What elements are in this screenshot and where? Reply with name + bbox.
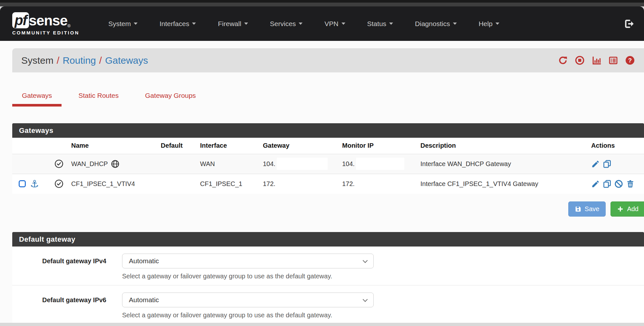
- default-gateway-ipv6-label: Default gateway IPv6: [12, 293, 122, 304]
- form-row-ipv6: Default gateway IPv6 Automatic Select a …: [12, 285, 644, 323]
- log-icon[interactable]: [608, 55, 618, 65]
- gateway-default-cell: [146, 174, 197, 194]
- col-header-actions: Actions: [589, 138, 644, 154]
- help-icon[interactable]: ?: [625, 55, 635, 65]
- nav-item-interfaces[interactable]: Interfaces: [149, 20, 207, 28]
- gateway-name-cell: WAN_DHCP: [69, 154, 146, 174]
- add-button[interactable]: Add: [610, 201, 644, 217]
- square-icon[interactable]: [19, 180, 26, 187]
- nav-item-label: Interfaces: [159, 20, 189, 28]
- gateway-default-cell: [146, 154, 197, 174]
- default-gateway-ipv4-label: Default gateway IPv4: [12, 254, 122, 265]
- tab-gateway-groups[interactable]: Gateway Groups: [135, 92, 206, 107]
- edit-icon[interactable]: [591, 160, 600, 168]
- gateway-interface-cell: WAN: [197, 154, 260, 174]
- sign-out-icon: [623, 18, 634, 29]
- gateways-table: Name Default Interface Gateway Monitor I…: [12, 138, 644, 194]
- nav-item-label: System: [108, 20, 131, 28]
- redaction-box: [277, 158, 328, 170]
- gateway-interface-cell: CF1_IPSEC_1: [197, 174, 260, 194]
- breadcrumb-link-routing[interactable]: Routing: [62, 55, 96, 66]
- tab-static-routes[interactable]: Static Routes: [69, 92, 128, 107]
- gateway-status-cell: [49, 174, 69, 194]
- plus-icon: [617, 206, 624, 212]
- col-header-monitor-ip: Monitor IP: [340, 138, 418, 154]
- logo-registered-mark: ®: [67, 24, 71, 28]
- gateway-actions-cell: [589, 154, 644, 174]
- chart-icon[interactable]: [591, 55, 601, 65]
- chevron-down-icon: [389, 23, 393, 25]
- chevron-down-icon: [244, 23, 248, 25]
- col-header-status: [49, 138, 69, 154]
- monitor-ip: 104.: [342, 160, 355, 168]
- gateways-panel-header: Gateways: [12, 123, 644, 138]
- breadcrumb-link-gateways[interactable]: Gateways: [105, 55, 148, 66]
- nav-item-label: Firewall: [218, 20, 241, 28]
- disable-icon[interactable]: [614, 180, 623, 188]
- col-header-description: Description: [418, 138, 589, 154]
- anchor-icon[interactable]: ⚓: [30, 179, 39, 189]
- copy-icon[interactable]: [603, 160, 611, 168]
- nav-item-diagnostics[interactable]: Diagnostics: [404, 20, 468, 28]
- gateways-panel: Gateways Name Default Interface Gateway …: [12, 123, 644, 194]
- chevron-down-icon: [341, 23, 345, 25]
- breadcrumb-separator: /: [57, 55, 59, 66]
- gateway-description-cell: Interface WAN_DHCP Gateway: [418, 154, 589, 174]
- redaction-box: [356, 158, 404, 170]
- panel-title: Gateways: [19, 126, 53, 135]
- nav-item-system[interactable]: System: [97, 20, 149, 28]
- window-title-strip: [0, 3, 644, 6]
- gateway-monitor-cell: 104.: [340, 154, 418, 174]
- edit-icon[interactable]: [591, 180, 600, 188]
- stop-icon[interactable]: [575, 55, 585, 65]
- row-left-icons: ⚓: [12, 174, 49, 194]
- refresh-icon[interactable]: [558, 55, 568, 65]
- nav-item-services[interactable]: Services: [259, 20, 314, 28]
- breadcrumb-separator: /: [99, 55, 102, 66]
- gateway-name: CF1_IPSEC_1_VTIV4: [71, 180, 135, 188]
- tab-gateways[interactable]: Gateways: [12, 92, 62, 107]
- table-row: WAN_DHCP WAN 104. 104. Interface WAN_DHC…: [12, 154, 644, 174]
- logo-sense: sense: [29, 12, 68, 29]
- gateway-actions-cell: [589, 174, 644, 194]
- default-gateway-ipv4-help: Select a gateway or failover gateway gro…: [122, 273, 374, 280]
- chevron-down-icon: [299, 23, 303, 25]
- col-header-drag: [12, 138, 49, 154]
- nav-item-label: VPN: [324, 20, 338, 28]
- default-gateway-ipv6-help: Select a gateway or failover gateway gro…: [122, 312, 374, 319]
- nav-menu: System Interfaces Firewall Services VPN …: [97, 20, 623, 28]
- selected-value: Automatic: [129, 257, 159, 265]
- pfsense-logo[interactable]: pfsense® COMMUNITY EDITION: [12, 12, 79, 35]
- row-left-icons: [12, 154, 49, 174]
- window-top-edge: [0, 0, 644, 3]
- nav-item-status[interactable]: Status: [356, 20, 404, 28]
- check-circle-icon: [54, 179, 63, 188]
- nav-item-label: Services: [270, 20, 296, 28]
- top-navbar: pfsense® COMMUNITY EDITION System Interf…: [0, 6, 644, 41]
- delete-icon[interactable]: [626, 180, 635, 188]
- col-header-name: Name: [69, 138, 146, 154]
- save-button[interactable]: Save: [568, 201, 606, 217]
- table-header-row: Name Default Interface Gateway Monitor I…: [12, 138, 644, 154]
- sign-out-button[interactable]: [623, 18, 634, 29]
- gateway-address: 104.: [263, 160, 275, 168]
- breadcrumb-section: System: [21, 55, 53, 66]
- logo-pf: pf: [12, 12, 29, 28]
- check-circle-icon: [54, 159, 63, 168]
- selected-value: Automatic: [129, 296, 159, 304]
- gateway-name-cell: CF1_IPSEC_1_VTIV4: [69, 174, 146, 194]
- breadcrumb: System / Routing / Gateways: [12, 48, 644, 72]
- save-button-label: Save: [585, 205, 600, 213]
- gateway-status-cell: [49, 154, 69, 174]
- nav-item-firewall[interactable]: Firewall: [207, 20, 259, 28]
- default-gateway-panel: Default gateway Default gateway IPv4 Aut…: [12, 232, 644, 323]
- nav-item-vpn[interactable]: VPN: [313, 20, 356, 28]
- default-gateway-ipv4-select[interactable]: Automatic: [122, 254, 374, 268]
- default-gateway-ipv6-select[interactable]: Automatic: [122, 293, 374, 307]
- nav-item-help[interactable]: Help: [468, 20, 510, 28]
- copy-icon[interactable]: [603, 180, 611, 188]
- col-header-gateway: Gateway: [260, 138, 340, 154]
- nav-item-label: Help: [479, 20, 493, 28]
- chevron-down-icon: [134, 23, 138, 25]
- chevron-down-icon: [192, 23, 196, 25]
